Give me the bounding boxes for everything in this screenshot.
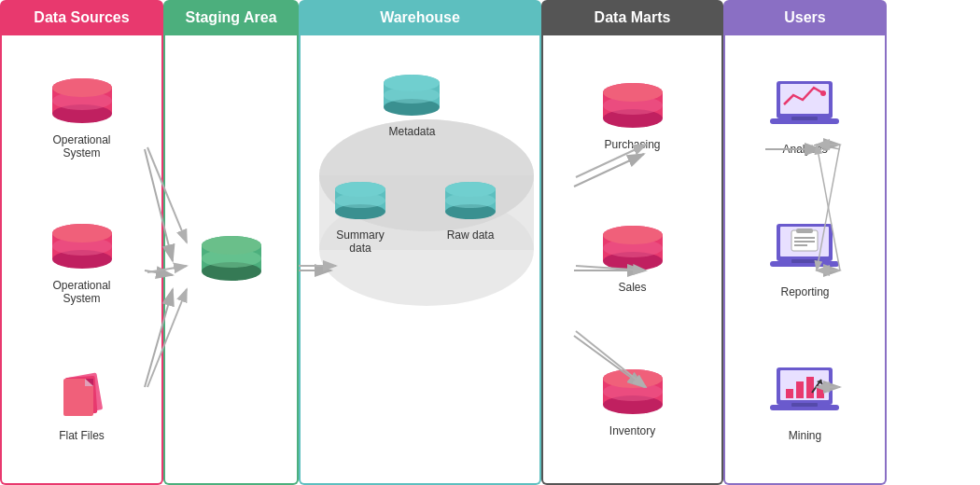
svg-point-25: [52, 224, 112, 242]
svg-rect-83: [791, 259, 818, 263]
diagram: Data Sources OperationalSystem: [0, 0, 980, 485]
db-red-icon-1: [49, 76, 115, 128]
svg-point-72: [820, 90, 826, 96]
staging-body: [163, 35, 299, 485]
svg-rect-78: [796, 229, 813, 233]
svg-point-35: [202, 236, 261, 255]
svg-rect-86: [786, 389, 793, 398]
svg-rect-74: [791, 117, 818, 120]
svg-point-54: [445, 182, 496, 197]
laptop-reporting-icon: [765, 219, 845, 280]
db-red-sales-icon: [600, 224, 665, 275]
db-green-icon: [199, 234, 264, 285]
item-op2: OperationalSystem: [49, 222, 115, 305]
db-teal-meta-icon: [382, 73, 442, 121]
staging-header: Staging Area: [163, 0, 299, 35]
item-summary-label: Summarydata: [336, 229, 384, 255]
item-op1-label: OperationalSystem: [52, 133, 110, 159]
item-metadata-label: Metadata: [388, 125, 435, 138]
item-reporting: Reporting: [765, 219, 845, 298]
users-body: Analytics Reporting: [723, 35, 887, 485]
db-teal-raw-icon: [443, 180, 497, 225]
item-metadata: Metadata: [382, 73, 442, 138]
svg-point-59: [603, 83, 663, 102]
warehouse-body: Metadata Summarydata: [299, 35, 541, 485]
item-sales-label: Sales: [618, 281, 646, 294]
laptop-analytics-icon: [765, 76, 845, 137]
item-analytics-label: Analytics: [782, 143, 827, 156]
svg-rect-88: [806, 377, 814, 398]
item-mining: Mining: [765, 363, 845, 442]
db-teal-summary-icon: [333, 180, 387, 225]
svg-rect-89: [817, 385, 824, 398]
item-flat: Flat Files: [49, 367, 115, 442]
column-users: Users Analytics: [723, 0, 887, 485]
item-sales: Sales: [600, 224, 665, 294]
column-staging: Staging Area: [163, 0, 299, 485]
item-inventory: Inventory: [600, 367, 665, 437]
svg-point-44: [384, 75, 440, 91]
item-inventory-label: Inventory: [609, 424, 655, 437]
svg-point-49: [335, 182, 385, 197]
svg-point-64: [603, 226, 663, 244]
item-mining-label: Mining: [789, 429, 821, 442]
svg-point-69: [603, 369, 663, 388]
svg-rect-77: [791, 230, 818, 251]
svg-rect-93: [791, 403, 818, 407]
item-flat-label: Flat Files: [59, 429, 105, 442]
column-datamarts: Data Marts Purchasing: [541, 0, 723, 485]
datamarts-header: Data Marts: [541, 0, 723, 35]
db-red-purchasing-icon: [600, 81, 665, 132]
datasources-header: Data Sources: [0, 0, 163, 35]
column-warehouse: Warehouse: [299, 0, 541, 485]
datasources-body: OperationalSystem OperationalSystem: [0, 35, 163, 485]
warehouse-inner: Metadata Summarydata: [305, 45, 535, 474]
svg-rect-87: [796, 381, 804, 398]
item-op1: OperationalSystem: [49, 76, 115, 159]
laptop-mining-icon: [765, 363, 845, 423]
db-red-inventory-icon: [600, 367, 665, 419]
item-rawdata-label: Raw data: [447, 229, 495, 242]
datamarts-body: Purchasing Sales: [541, 35, 723, 485]
flat-files-icon: [49, 367, 115, 423]
svg-point-20: [52, 78, 112, 97]
item-summary: Summarydata: [333, 180, 387, 255]
users-header: Users: [723, 0, 887, 35]
item-analytics: Analytics: [765, 76, 845, 156]
item-purchasing: Purchasing: [600, 81, 665, 151]
item-op2-label: OperationalSystem: [52, 279, 110, 305]
item-staging-db: [199, 234, 264, 285]
db-red-icon-2: [49, 222, 115, 273]
item-rawdata: Raw data: [443, 180, 497, 242]
column-datasources: Data Sources OperationalSystem: [0, 0, 163, 485]
item-purchasing-label: Purchasing: [604, 138, 660, 151]
warehouse-header: Warehouse: [299, 0, 541, 35]
item-reporting-label: Reporting: [780, 285, 829, 298]
